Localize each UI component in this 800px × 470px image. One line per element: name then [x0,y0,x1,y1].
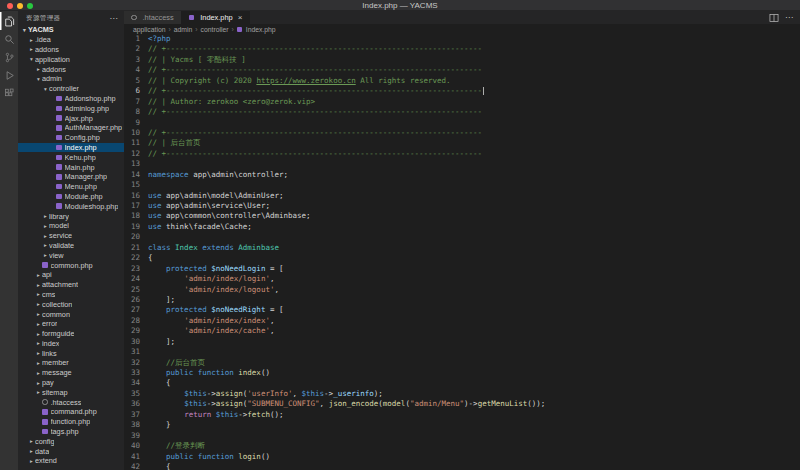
tree-item-index[interactable]: ▸index [18,339,124,349]
tree-item-common-php[interactable]: common.php [18,260,124,270]
code-line[interactable]: 9 [124,118,800,128]
tree-item-extend[interactable]: ▸extend [18,456,124,466]
search-icon[interactable] [0,30,18,48]
minimize-window-button[interactable] [17,3,23,9]
tree-item-addons[interactable]: ▸addons [18,45,124,55]
tree-item-manager-php[interactable]: Manager.php [18,172,124,182]
tree-item-view[interactable]: ▸view [18,250,124,260]
tab--htaccess[interactable]: .htaccess [124,11,182,24]
tree-item-application[interactable]: ▾application [18,54,124,64]
code-line[interactable]: 8// +-----------------------------------… [124,107,800,117]
chevron-right-icon[interactable]: ▸ [35,311,42,317]
code-line[interactable]: 40 //登录判断 [124,441,800,451]
tree-item-member[interactable]: ▸member [18,358,124,368]
tree-item-common[interactable]: ▸common [18,309,124,319]
tree-item-ajax-php[interactable]: Ajax.php [18,113,124,123]
tree-item-admin[interactable]: ▾admin [18,74,124,84]
close-window-button[interactable] [7,3,13,9]
breadcrumb-item[interactable]: Index.php [246,26,276,33]
code-line[interactable]: 20 [124,232,800,242]
chevron-right-icon[interactable]: ▸ [28,458,35,464]
breadcrumb-item[interactable]: admin [174,26,193,33]
chevron-right-icon[interactable]: ▸ [28,448,35,454]
tree-item-sitemap[interactable]: ▸sitemap [18,387,124,397]
chevron-right-icon[interactable]: ▸ [35,350,42,356]
code-line[interactable]: 7// | Author: zerokoo <zero@zerok.vip> [124,97,800,107]
breadcrumb-item[interactable]: application [133,26,166,33]
tree-item-function-php[interactable]: function.php [18,417,124,427]
code-line[interactable]: 6// +-----------------------------------… [124,86,800,96]
chevron-right-icon[interactable]: ▸ [35,380,42,386]
tree-item-module-php[interactable]: Module.php [18,192,124,202]
tree-item-links[interactable]: ▸links [18,348,124,358]
tree-item-formguide[interactable]: ▸formguide [18,329,124,339]
code-line[interactable]: 39 [124,431,800,441]
close-tab-icon[interactable]: × [238,14,243,22]
tree-item-adminlog-php[interactable]: Adminlog.php [18,103,124,113]
code-editor[interactable]: 1<?php2// +-----------------------------… [124,34,800,470]
code-line[interactable]: 19use think\facade\Cache; [124,222,800,232]
code-line[interactable]: 28 'admin/index/index', [124,316,800,326]
tree-item--idea[interactable]: ▸.idea [18,35,124,45]
tree-item-library[interactable]: ▸library [18,211,124,221]
chevron-right-icon[interactable]: ▸ [35,301,42,307]
code-line[interactable]: 4// +-----------------------------------… [124,65,800,75]
chevron-right-icon[interactable]: ▸ [35,321,42,327]
chevron-right-icon[interactable]: ▸ [35,66,42,72]
explorer-more-actions-icon[interactable]: ⋯ [110,14,118,23]
tree-item-data[interactable]: ▸data [18,446,124,456]
code-line[interactable]: 1<?php [124,34,800,44]
tree-item-addons[interactable]: ▸addons [18,64,124,74]
chevron-right-icon[interactable]: ▸ [28,438,35,444]
chevron-down-icon[interactable]: ▾ [35,76,42,82]
code-line[interactable]: 13 [124,159,800,169]
tree-item-config-php[interactable]: Config.php [18,133,124,143]
code-line[interactable]: 2// +-----------------------------------… [124,44,800,54]
code-line[interactable]: 17use app\admin\service\User; [124,201,800,211]
tree-item-validate[interactable]: ▸validate [18,241,124,251]
tree-item-error[interactable]: ▸error [18,319,124,329]
tree-item-index-php[interactable]: Index.php [18,143,124,153]
code-line[interactable]: 30 ]; [124,337,800,347]
tree-item-attachment[interactable]: ▸attachment [18,280,124,290]
debug-icon[interactable] [0,66,18,84]
code-line[interactable]: 41 public function login() [124,452,800,462]
chevron-right-icon[interactable]: ▸ [35,331,42,337]
code-line[interactable]: 12// +----------------------------------… [124,149,800,159]
tab-index-php[interactable]: Index.php× [182,11,251,24]
chevron-right-icon[interactable]: ▸ [35,360,42,366]
code-line[interactable]: 37 return $this->fetch(); [124,410,800,420]
tree-item--htaccess[interactable]: .htaccess [18,397,124,407]
code-line[interactable]: 34 { [124,378,800,388]
code-line[interactable]: 22{ [124,253,800,263]
tree-item-collection[interactable]: ▸collection [18,299,124,309]
tree-item-pay[interactable]: ▸pay [18,378,124,388]
code-line[interactable]: 16use app\admin\model\AdminUser; [124,191,800,201]
chevron-right-icon[interactable]: ▸ [35,340,42,346]
code-line[interactable]: 3// | Yacms [ 零酷科技 ] [124,55,800,65]
chevron-right-icon[interactable]: ▸ [28,37,35,43]
tree-item-config[interactable]: ▸config [18,436,124,446]
code-line[interactable]: 10// +----------------------------------… [124,128,800,138]
code-line[interactable]: 35 $this->assign('userInfo', $this->_use… [124,389,800,399]
chevron-right-icon[interactable]: ▸ [42,252,49,258]
code-line[interactable]: 24 'admin/index/login', [124,274,800,284]
chevron-right-icon[interactable]: ▸ [42,223,49,229]
tree-item-moduleshop-php[interactable]: Moduleshop.php [18,201,124,211]
code-line[interactable]: 14namespace app\admin\controller; [124,170,800,180]
chevron-right-icon[interactable]: ▸ [42,213,49,219]
code-line[interactable]: 36 $this->assign("SUBMENU_CONFIG", json_… [124,399,800,409]
extensions-icon[interactable] [0,84,18,102]
tree-item-command-php[interactable]: command.php [18,407,124,417]
code-line[interactable]: 31 [124,347,800,357]
code-line[interactable]: 27 protected $noNeedRight = [ [124,305,800,315]
chevron-down-icon[interactable]: ▾ [21,27,28,33]
code-line[interactable]: 25 'admin/index/logout', [124,285,800,295]
tree-item-addonshop-php[interactable]: Addonshop.php [18,94,124,104]
code-line[interactable]: 11// | 后台首页 [124,138,800,148]
zoom-window-button[interactable] [27,3,33,9]
chevron-right-icon[interactable]: ▸ [42,242,49,248]
chevron-down-icon[interactable]: ▾ [42,86,49,92]
tree-item-menu-php[interactable]: Menu.php [18,182,124,192]
code-line[interactable]: 29 'admin/index/cache', [124,326,800,336]
